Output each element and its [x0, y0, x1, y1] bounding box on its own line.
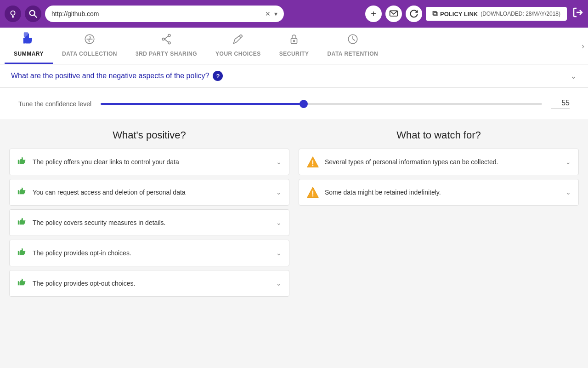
svg-line-15 [164, 39, 168, 42]
tab-summary[interactable]: SUMMARY [5, 32, 53, 64]
watchfor-title: What to watch for? [299, 129, 579, 141]
warning-icon [306, 155, 319, 168]
chat-button[interactable] [385, 6, 402, 22]
chevron-down-icon[interactable]: ⌄ [565, 158, 571, 166]
sharing-icon [160, 33, 172, 48]
svg-line-16 [240, 36, 241, 38]
thumbsup-icon [17, 216, 27, 229]
svg-line-14 [164, 36, 168, 40]
refresh-button[interactable] [406, 6, 422, 22]
slider-label: Tune the confidence level [18, 100, 91, 108]
info-bar: What are the positive and the negative a… [0, 64, 588, 88]
positive-column: What's positive? The policy offers you c… [9, 129, 289, 300]
positive-title: What's positive? [9, 129, 289, 141]
your-choices-icon [232, 33, 244, 48]
summary-icon [23, 32, 35, 48]
info-bar-chevron[interactable]: ⌄ [570, 71, 577, 81]
positive-item-text-5: The policy provides opt-out choices. [33, 280, 271, 287]
svg-point-11 [168, 34, 170, 36]
svg-point-18 [293, 40, 294, 41]
policy-link-date: (DOWNLOADED: 28/MAY/2018) [481, 11, 560, 17]
search-icon-button[interactable] [25, 6, 41, 22]
policy-link-label: POLICY LINK [440, 11, 478, 17]
security-icon [288, 33, 300, 48]
nav-chevron-right[interactable]: › [582, 41, 584, 51]
url-clear-button[interactable]: ✕ [265, 10, 271, 17]
slider-thumb[interactable] [300, 100, 308, 108]
svg-point-13 [162, 38, 164, 40]
watchfor-item-text-1: Several types of personal information ty… [325, 158, 560, 166]
data-collection-icon [84, 33, 96, 48]
list-item[interactable]: Some data might be retained indefinitely… [299, 179, 579, 206]
tab-data-collection-label: DATA COLLECTION [62, 51, 117, 57]
tab-your-choices-label: YOUR CHOICES [215, 51, 261, 57]
positive-item-text-3: The policy covers security measures in d… [33, 219, 271, 226]
nav-tabs: SUMMARY DATA COLLECTION 3RD PARTY SHARIN… [0, 28, 588, 64]
svg-rect-17 [291, 38, 297, 43]
url-dropdown-button[interactable]: ▾ [274, 10, 277, 17]
chevron-down-icon[interactable]: ⌄ [276, 280, 282, 287]
list-item[interactable]: The policy provides opt-in choices. ⌄ [9, 240, 289, 266]
tab-data-collection[interactable]: DATA COLLECTION [53, 33, 126, 64]
svg-point-0 [11, 11, 15, 15]
data-retention-icon [347, 33, 359, 48]
watchfor-item-text-2: Some data might be retained indefinitely… [325, 189, 560, 196]
confidence-slider[interactable] [101, 103, 542, 105]
positive-item-text-1: The policy offers you clear links to con… [33, 158, 271, 166]
positive-item-text-2: You can request access and deletion of p… [33, 189, 271, 196]
policy-link-button[interactable]: ⧉ POLICY LINK (DOWNLOADED: 28/MAY/2018) [426, 7, 567, 21]
top-bar: http://github.com ✕ ▾ + ⧉ POLICY LINK (D… [0, 0, 588, 28]
info-bar-question-text: What are the positive and the negative a… [11, 72, 209, 80]
tab-data-retention[interactable]: DATA RETENTION [318, 33, 387, 64]
list-item[interactable]: Several types of personal information ty… [299, 149, 579, 175]
warning-icon [306, 186, 319, 199]
svg-line-21 [353, 39, 355, 40]
slider-value: 55 [551, 99, 570, 109]
list-item[interactable]: The policy offers you clear links to con… [9, 149, 289, 175]
svg-rect-8 [23, 38, 25, 43]
svg-line-5 [34, 15, 37, 17]
list-item[interactable]: The policy provides opt-out choices. ⌄ [9, 270, 289, 297]
tab-summary-label: SUMMARY [14, 51, 44, 57]
list-item[interactable]: You can request access and deletion of p… [9, 179, 289, 206]
add-tab-button[interactable]: + [365, 6, 382, 22]
positive-item-text-4: The policy provides opt-in choices. [33, 249, 271, 257]
bulb-icon-button[interactable] [5, 6, 21, 22]
svg-point-27 [312, 196, 314, 197]
thumbsup-icon [17, 277, 27, 290]
tab-3rd-party-label: 3RD PARTY SHARING [136, 51, 197, 57]
top-right-actions: + ⧉ POLICY LINK (DOWNLOADED: 28/MAY/2018… [365, 6, 583, 22]
thumbsup-icon [17, 247, 27, 259]
slider-section: Tune the confidence level 55 [0, 88, 588, 120]
svg-point-12 [168, 42, 170, 44]
chevron-down-icon[interactable]: ⌄ [276, 189, 282, 196]
thumbsup-icon [17, 155, 27, 168]
svg-point-4 [30, 11, 35, 16]
tab-data-retention-label: DATA RETENTION [327, 51, 378, 57]
tab-security-label: SECURITY [279, 51, 309, 57]
thumbsup-icon [17, 186, 27, 199]
watchfor-column: What to watch for? Several types of pers… [299, 129, 579, 300]
slider-fill [101, 103, 304, 105]
info-bar-question: What are the positive and the negative a… [11, 71, 223, 81]
tab-your-choices[interactable]: YOUR CHOICES [206, 33, 270, 64]
chevron-down-icon[interactable]: ⌄ [276, 158, 282, 166]
url-text: http://github.com [51, 10, 261, 17]
tab-3rd-party[interactable]: 3RD PARTY SHARING [126, 33, 206, 64]
external-link-icon: ⧉ [432, 10, 437, 18]
url-bar[interactable]: http://github.com ✕ ▾ [45, 6, 284, 22]
main-content: What's positive? The policy offers you c… [0, 120, 588, 300]
help-button[interactable]: ? [213, 71, 223, 81]
chevron-down-icon[interactable]: ⌄ [276, 249, 282, 257]
list-item[interactable]: The policy covers security measures in d… [9, 209, 289, 236]
chevron-down-icon[interactable]: ⌄ [276, 219, 282, 226]
tab-security[interactable]: SECURITY [270, 33, 318, 64]
exit-button[interactable] [572, 7, 583, 21]
svg-point-24 [312, 165, 314, 167]
chevron-down-icon[interactable]: ⌄ [565, 189, 571, 196]
